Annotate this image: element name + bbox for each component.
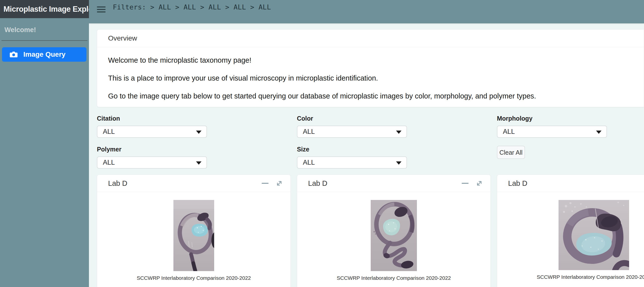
card-body: SCCWRP Interlaboratory Comparison 2020-2… bbox=[497, 192, 644, 280]
image-caption: SCCWRP Interlaboratory Comparison 2020-2… bbox=[97, 275, 290, 281]
card-title: Lab D bbox=[308, 179, 327, 187]
overview-paragraph: Welcome to the microplastic taxonomy pag… bbox=[108, 56, 633, 64]
caret-down-icon bbox=[196, 161, 202, 165]
polymer-select-value: ALL bbox=[103, 159, 115, 166]
sidebar-welcome-label: Welcome! bbox=[4, 26, 89, 34]
color-select-value: ALL bbox=[303, 128, 315, 136]
microplastic-photo bbox=[371, 200, 417, 271]
polymer-select[interactable]: ALL bbox=[97, 156, 207, 169]
card-title: Lab D bbox=[108, 179, 127, 187]
card-header: Lab D bbox=[97, 175, 290, 192]
morphology-select[interactable]: ALL bbox=[497, 126, 607, 138]
filter-column-1: Citation ALL Polymer ALL bbox=[97, 115, 291, 177]
size-label: Size bbox=[297, 146, 491, 153]
morphology-select-value: ALL bbox=[503, 128, 515, 136]
caret-down-icon bbox=[196, 131, 202, 134]
overview-body: Welcome to the microplastic taxonomy pag… bbox=[97, 47, 644, 107]
citation-label: Citation bbox=[97, 115, 291, 122]
card-header: Lab D bbox=[497, 175, 644, 192]
filter-controls: Citation ALL Polymer ALL Color ALL bbox=[97, 115, 644, 177]
image-caption: SCCWRP Interlaboratory Comparison 2020-2… bbox=[497, 274, 644, 280]
clear-all-button[interactable]: Clear All bbox=[497, 146, 525, 159]
camera-icon bbox=[10, 51, 18, 58]
main-content: Overview Welcome to the microplastic tax… bbox=[89, 23, 644, 287]
citation-select-value: ALL bbox=[103, 128, 115, 136]
caret-down-icon bbox=[396, 131, 402, 134]
topbar: Filters: > ALL > ALL > ALL > ALL > ALL bbox=[89, 0, 644, 23]
sidebar: Microplastic Image Explorer Welcome! Ima… bbox=[0, 0, 89, 287]
color-select[interactable]: ALL bbox=[297, 126, 407, 138]
app-title: Microplastic Image Explorer bbox=[0, 0, 89, 18]
filter-column-3: Morphology ALL Clear All bbox=[497, 115, 644, 177]
lab-card-1: Lab D bbox=[97, 175, 291, 287]
microplastic-photo bbox=[174, 200, 214, 271]
morphology-label: Morphology bbox=[497, 115, 644, 122]
minus-icon[interactable] bbox=[262, 183, 268, 184]
sidebar-item-image-query[interactable]: Image Query bbox=[2, 47, 86, 62]
microplastic-photo bbox=[558, 200, 629, 270]
lab-card-3: Lab D bbox=[497, 175, 644, 287]
size-select-value: ALL bbox=[303, 159, 315, 166]
overview-paragraph: This is a place to improve your use of v… bbox=[108, 74, 633, 82]
filters-breadcrumb: Filters: > ALL > ALL > ALL > ALL > ALL bbox=[113, 3, 271, 11]
color-label: Color bbox=[297, 115, 491, 122]
caret-down-icon bbox=[396, 161, 402, 165]
overview-paragraph: Go to the image query tab below to get s… bbox=[108, 92, 633, 100]
image-caption: SCCWRP Interlaboratory Comparison 2020-2… bbox=[297, 275, 490, 281]
size-select[interactable]: ALL bbox=[297, 156, 407, 169]
minus-icon[interactable] bbox=[462, 183, 468, 184]
sidebar-item-label: Image Query bbox=[23, 51, 66, 59]
lab-card-2: Lab D bbox=[297, 175, 491, 287]
card-body: SCCWRP Interlaboratory Comparison 2020-2… bbox=[97, 192, 290, 281]
hamburger-icon[interactable] bbox=[97, 7, 106, 14]
expand-arrows-icon[interactable] bbox=[476, 180, 483, 187]
polymer-label: Polymer bbox=[97, 146, 291, 153]
caret-down-icon bbox=[596, 131, 602, 134]
expand-arrows-icon[interactable] bbox=[276, 180, 283, 187]
image-result-cards: Lab D bbox=[97, 175, 644, 287]
card-header: Lab D bbox=[297, 175, 490, 192]
citation-select[interactable]: ALL bbox=[97, 126, 207, 138]
sidebar-divider bbox=[2, 40, 88, 41]
overview-box: Overview Welcome to the microplastic tax… bbox=[97, 29, 644, 107]
card-body: SCCWRP Interlaboratory Comparison 2020-2… bbox=[297, 192, 490, 281]
card-title: Lab D bbox=[508, 179, 527, 187]
overview-title: Overview bbox=[97, 30, 644, 47]
filter-column-2: Color ALL Size ALL bbox=[297, 115, 491, 177]
